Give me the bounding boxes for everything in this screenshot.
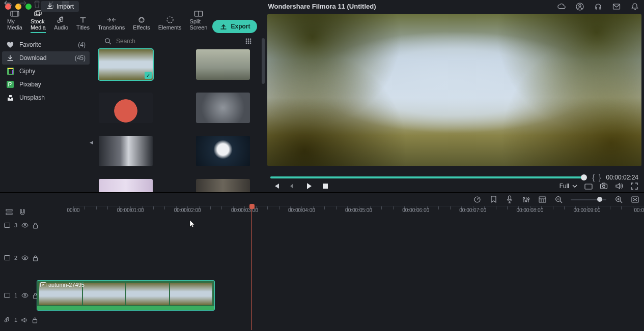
tab-my-media[interactable]: My Media [4, 9, 25, 33]
play-icon[interactable] [305, 182, 313, 190]
media-thumb-7[interactable] [99, 179, 153, 192]
voiceover-icon[interactable] [506, 195, 514, 203]
stop-icon[interactable] [321, 182, 329, 190]
zoom-out-icon[interactable] [554, 195, 563, 203]
audio-icon [57, 15, 65, 24]
timeline-clip[interactable]: autumn-27495 [37, 280, 215, 311]
tab-effects[interactable]: Effects [130, 15, 153, 33]
track-number: 1 [14, 292, 17, 298]
magnet-icon[interactable] [18, 208, 26, 216]
svg-point-21 [250, 41, 251, 42]
track-manage-icon[interactable] [5, 208, 13, 216]
giphy-icon [6, 67, 14, 75]
prev-frame-icon[interactable] [272, 182, 281, 190]
svg-point-20 [248, 41, 249, 42]
render-icon[interactable] [538, 195, 546, 203]
export-button[interactable]: Export [212, 20, 257, 33]
screenshot-icon[interactable] [584, 182, 593, 190]
heart-icon [6, 41, 14, 49]
snapshot-icon[interactable] [600, 182, 608, 190]
zoom-fit-icon[interactable] [631, 195, 639, 203]
mute-icon[interactable] [21, 317, 28, 323]
track-video-1[interactable]: 1 autumn-27495 [0, 280, 644, 311]
tab-transitions[interactable]: Transitions [95, 15, 128, 33]
redo-icon[interactable] [18, 0, 26, 8]
svg-point-7 [167, 17, 173, 23]
transitions-icon [106, 15, 117, 24]
media-thumb-3[interactable] [99, 93, 153, 123]
media-scrollbar[interactable] [262, 38, 265, 84]
svg-rect-12 [8, 68, 13, 69]
sidebar-download[interactable]: Download (45) [2, 51, 90, 65]
media-thumb-1[interactable]: ✓ [99, 49, 153, 80]
playback-controls: Full [267, 180, 641, 192]
undo-icon[interactable] [4, 0, 12, 8]
tab-titles[interactable]: Titles [73, 15, 93, 33]
timeline-ruler[interactable]: 00:0000:00:01:0000:00:02:0000:00:03:0000… [73, 206, 644, 218]
grid-view-icon[interactable] [244, 37, 253, 45]
ruler-label: 00:00 [67, 207, 79, 213]
track-audio-1[interactable]: 1 [0, 315, 644, 325]
tab-label: Effects [133, 24, 150, 31]
track-type-icon [4, 223, 10, 228]
media-thumb-2[interactable] [196, 49, 250, 80]
sidebar-unsplash[interactable]: Unsplash [0, 91, 92, 104]
list-icon[interactable] [61, 0, 69, 8]
mail-icon[interactable] [612, 3, 621, 11]
media-thumb-6[interactable] [196, 136, 250, 166]
tab-audio[interactable]: Audio [51, 15, 71, 33]
progress-bar[interactable] [270, 176, 584, 178]
expand-icon[interactable] [630, 182, 638, 190]
workspace: My Media Stock Media Audio Titles Transi… [0, 13, 644, 192]
ruler-label: 00:00:02:00 [174, 207, 201, 213]
eye-icon[interactable] [21, 223, 29, 228]
eye-icon[interactable] [21, 255, 29, 260]
mixer-icon[interactable] [473, 195, 481, 203]
elements-icon [166, 15, 174, 24]
marker-icon[interactable] [489, 195, 497, 203]
ruler-label: 00:00:01:00 [117, 207, 144, 213]
eye-icon[interactable] [21, 293, 29, 298]
delete-icon[interactable] [33, 0, 41, 8]
notify-icon[interactable] [631, 3, 639, 11]
account-icon[interactable] [576, 3, 584, 11]
svg-point-29 [48, 5, 50, 7]
sidebar-item-label: Unsplash [19, 94, 45, 101]
media-thumb-8[interactable] [196, 179, 250, 192]
quality-select[interactable]: Full [559, 183, 577, 190]
clip-name: autumn-27495 [48, 282, 85, 288]
zoom-knob[interactable] [597, 197, 602, 202]
svg-point-46 [24, 257, 26, 258]
playhead[interactable] [251, 206, 252, 330]
tab-stock-media[interactable]: Stock Media [27, 9, 49, 33]
sidebar-pixabay[interactable]: Pixabay [0, 78, 92, 91]
headset-icon[interactable] [594, 3, 602, 11]
sidebar-favorite[interactable]: Favorite (4) [0, 38, 92, 51]
ruler-label: 00:00:06:00 [402, 207, 429, 213]
svg-rect-11 [12, 70, 13, 74]
cloud-icon[interactable] [557, 3, 566, 11]
zoom-slider[interactable] [571, 199, 606, 200]
sidebar-giphy[interactable]: Giphy [0, 65, 92, 78]
tab-label: Titles [76, 24, 90, 31]
tab-elements[interactable]: Elements [155, 15, 185, 33]
track-video-3[interactable]: 3 [0, 220, 644, 230]
ruler-label: 00:00:08:00 [516, 207, 543, 213]
media-thumb-5[interactable] [99, 136, 153, 166]
svg-rect-42 [5, 223, 10, 228]
track-video-2[interactable]: 2 [0, 253, 644, 263]
split-icon[interactable] [47, 0, 55, 8]
title-right-icons [557, 3, 639, 11]
ruler-label: 00:00:05:00 [345, 207, 372, 213]
preview-viewport[interactable] [267, 14, 641, 166]
search-input[interactable] [116, 38, 240, 45]
zoom-in-icon[interactable] [614, 195, 623, 203]
svg-point-28 [603, 185, 605, 188]
tab-split-screen[interactable]: Split Screen [187, 9, 211, 33]
media-thumb-4[interactable] [196, 93, 250, 123]
pixabay-icon [6, 80, 14, 88]
timeline-tracks: 3 2 1 [0, 218, 644, 331]
step-back-icon[interactable] [289, 182, 297, 190]
volume-icon[interactable] [615, 182, 623, 190]
adjust-icon[interactable] [522, 195, 530, 203]
